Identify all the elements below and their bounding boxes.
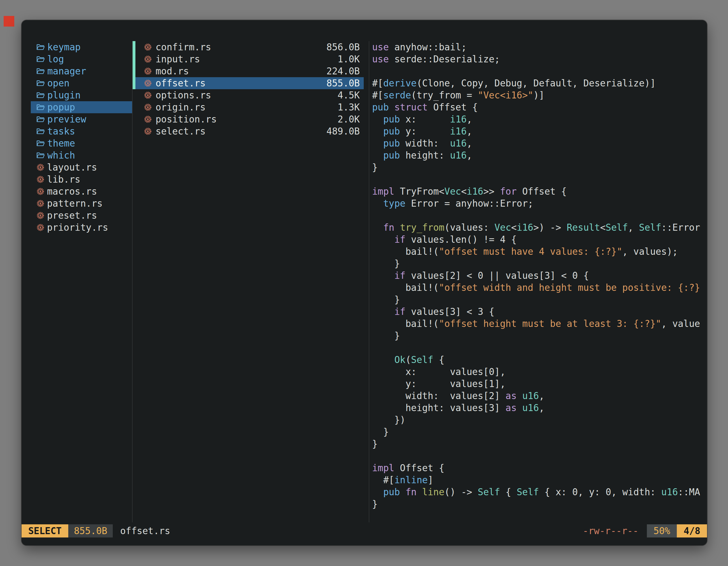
file-name: origin.rs xyxy=(156,102,338,113)
code-line: Ok(Self { xyxy=(372,354,704,366)
file-size: 1.0K xyxy=(338,54,360,65)
parent-dir-popup[interactable]: popup xyxy=(31,101,132,113)
file-size: 1.3K xyxy=(338,102,360,113)
rust-file-icon: R xyxy=(36,224,44,232)
parent-dir-manager[interactable]: manager xyxy=(31,65,132,77)
item-label: manager xyxy=(47,66,86,77)
file-size: 856.0B xyxy=(327,42,360,53)
item-label: plugin xyxy=(47,90,81,101)
cursor-position-badge: 4/8 xyxy=(677,524,707,537)
item-label: which xyxy=(47,150,75,161)
status-file-name: offset.rs xyxy=(120,525,170,536)
svg-text:R: R xyxy=(147,58,149,61)
code-line xyxy=(372,173,704,186)
file-row-origin.rs[interactable]: Rorigin.rs1.3K xyxy=(133,101,364,113)
rust-file-icon: R xyxy=(144,127,152,135)
rust-file-icon: R xyxy=(36,200,44,208)
rust-file-icon: R xyxy=(36,163,44,172)
code-line: } xyxy=(372,258,704,270)
rust-file-icon: R xyxy=(36,175,44,184)
parent-file-layout.rs[interactable]: Rlayout.rs xyxy=(31,161,132,173)
file-name: offset.rs xyxy=(156,78,327,89)
file-row-select.rs[interactable]: Rselect.rs489.0B xyxy=(133,125,364,137)
code-line xyxy=(372,342,704,354)
parent-file-lib.rs[interactable]: Rlib.rs xyxy=(31,173,132,186)
code-line: } xyxy=(372,161,704,173)
status-right-group: -rw-r--r-- 50% 4/8 xyxy=(583,524,707,537)
code-line xyxy=(372,65,704,77)
code-line: #[inline] xyxy=(372,474,704,486)
item-label: layout.rs xyxy=(47,162,97,173)
file-row-options.rs[interactable]: Roptions.rs4.5K xyxy=(133,89,364,101)
code-line: pub height: u16, xyxy=(372,149,704,161)
file-size: 489.0B xyxy=(327,126,360,137)
code-line: if values[2] < 0 || values[3] < 0 { xyxy=(372,270,704,282)
folder-icon xyxy=(36,128,45,135)
parent-file-preset.rs[interactable]: Rpreset.rs xyxy=(31,210,132,222)
parent-dir-which[interactable]: which xyxy=(31,149,132,161)
rust-file-icon: R xyxy=(36,212,44,220)
svg-text:R: R xyxy=(147,118,149,121)
code-line: pub y: i16, xyxy=(372,125,704,137)
code-line: #[derive(Clone, Copy, Debug, Default, De… xyxy=(372,77,704,89)
folder-icon xyxy=(36,92,45,99)
selection-marker xyxy=(133,53,135,65)
code-line: height: values[3] as u16, xyxy=(372,402,704,414)
file-size: 4.5K xyxy=(338,90,360,101)
selection-marker xyxy=(133,89,135,101)
code-line: } xyxy=(372,498,704,510)
rust-file-icon: R xyxy=(144,103,152,111)
status-size-badge: 855.0B xyxy=(68,524,113,537)
code-line: } xyxy=(372,438,704,450)
folder-icon xyxy=(36,68,45,75)
code-line: fn try_from(values: Vec<i16>) -> Result<… xyxy=(372,222,704,234)
file-row-offset.rs[interactable]: Roffset.rs855.0B xyxy=(133,77,364,89)
panel-divider xyxy=(369,41,369,522)
parent-dir-tasks[interactable]: tasks xyxy=(31,125,132,137)
folder-icon xyxy=(36,104,45,111)
preview-panel: use anyhow::bail;use serde::Deserialize;… xyxy=(372,41,704,522)
selection-marker xyxy=(133,65,135,77)
folder-icon xyxy=(36,140,45,147)
code-line: pub width: u16, xyxy=(372,137,704,149)
permissions-text: -rw-r--r-- xyxy=(583,525,638,536)
rust-file-icon: R xyxy=(36,187,44,196)
code-line: pub x: i16, xyxy=(372,113,704,125)
parent-dir-keymap[interactable]: keymap xyxy=(31,41,132,53)
parent-dir-preview[interactable]: preview xyxy=(31,113,132,125)
folder-icon xyxy=(36,152,45,159)
code-line: }) xyxy=(372,414,704,426)
code-line: } xyxy=(372,293,704,305)
parent-dir-log[interactable]: log xyxy=(31,53,132,65)
code-line: x: values[0], xyxy=(372,366,704,378)
svg-text:R: R xyxy=(147,130,149,133)
code-line: y: values[1], xyxy=(372,378,704,390)
parent-file-priority.rs[interactable]: Rpriority.rs xyxy=(31,222,132,234)
rust-file-icon: R xyxy=(144,67,152,75)
file-row-mod.rs[interactable]: Rmod.rs224.0B xyxy=(133,65,364,77)
code-line: if values.len() != 4 { xyxy=(372,234,704,246)
rust-file-icon: R xyxy=(144,115,152,123)
svg-text:R: R xyxy=(39,166,41,170)
svg-text:R: R xyxy=(39,202,41,206)
file-row-confirm.rs[interactable]: Rconfirm.rs856.0B xyxy=(133,41,364,53)
item-label: tasks xyxy=(47,126,75,137)
file-size: 2.0K xyxy=(338,114,360,125)
parent-dir-plugin[interactable]: plugin xyxy=(31,89,132,101)
rust-file-icon: R xyxy=(144,55,152,63)
code-line: if values[3] < 3 { xyxy=(372,305,704,318)
svg-text:R: R xyxy=(147,106,149,109)
file-row-position.rs[interactable]: Rposition.rs2.0K xyxy=(133,113,364,125)
code-line: } xyxy=(372,330,704,342)
parent-dir-theme[interactable]: theme xyxy=(31,137,132,149)
item-label: pattern.rs xyxy=(47,198,103,209)
parent-file-macros.rs[interactable]: Rmacros.rs xyxy=(31,186,132,198)
files-panel: Rconfirm.rs856.0BRinput.rs1.0KRmod.rs224… xyxy=(133,41,364,137)
svg-text:R: R xyxy=(39,178,41,182)
status-bar: SELECT 855.0B offset.rs -rw-r--r-- 50% 4… xyxy=(22,524,707,537)
parent-file-pattern.rs[interactable]: Rpattern.rs xyxy=(31,198,132,210)
selection-marker xyxy=(133,41,135,53)
file-row-input.rs[interactable]: Rinput.rs1.0K xyxy=(133,53,364,65)
code-line: #[serde(try_from = "Vec<i16>")] xyxy=(372,89,704,101)
parent-dir-open[interactable]: open xyxy=(31,77,132,89)
